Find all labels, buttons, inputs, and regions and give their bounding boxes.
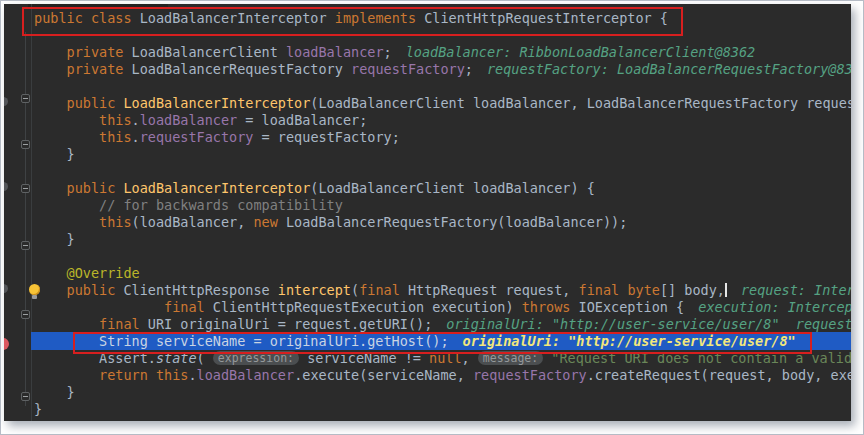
code-line: return this.loadBalancer.execute(service… xyxy=(34,367,851,384)
code-token: LoadBalancerClient xyxy=(132,44,286,60)
code-line: this.requestFactory = requestFactory; xyxy=(34,129,851,146)
code-line: private LoadBalancerClient loadBalancer;… xyxy=(34,44,851,61)
code-token: ClientHttpRequestExecution execution) xyxy=(205,299,522,315)
code-token: public xyxy=(34,282,123,298)
code-token: public xyxy=(34,180,123,196)
code-token: loadBalancer xyxy=(197,367,295,383)
code-line: @Override xyxy=(34,265,851,282)
code-line: } xyxy=(34,384,851,401)
code-line: public LoadBalancerInterceptor(LoadBalan… xyxy=(34,95,851,112)
code-token: (loadBalancer, xyxy=(132,214,254,230)
debugger-inline-value: originalUri: "http://user-service/user/8… xyxy=(446,316,851,332)
code-token: final xyxy=(34,316,140,332)
code-token: LoadBalancerRequestFactory xyxy=(132,61,351,77)
code-token: } xyxy=(34,231,75,247)
code-token: [] body, xyxy=(660,282,725,298)
annotation-box xyxy=(73,332,812,354)
code-token: private xyxy=(34,61,132,77)
annotation-box xyxy=(22,7,683,36)
code-token: .execute(serviceName, xyxy=(294,367,473,383)
code-token: requestFactory xyxy=(473,367,587,383)
code-token: } xyxy=(34,384,75,400)
code-token: (LoadBalancerClient loadBalancer) { xyxy=(310,180,594,196)
debugger-inline-value: requestFactory: LoadBalancerRequestFacto… xyxy=(487,61,851,77)
code-line: public ClientHttpResponse intercept(fina… xyxy=(34,282,851,299)
code-token: ClientHttpResponse xyxy=(123,282,277,298)
code-line xyxy=(34,248,851,265)
code-token: ; xyxy=(384,44,392,60)
text-caret xyxy=(725,283,727,297)
code-token: @Override xyxy=(34,265,140,281)
code-token: . xyxy=(132,129,140,145)
code-line xyxy=(34,78,851,95)
code-token: LoadBalancerInterceptor xyxy=(123,180,310,196)
code-area[interactable]: public class LoadBalancerInterceptor imp… xyxy=(4,4,851,421)
code-token: IOException { xyxy=(570,299,684,315)
code-line: } xyxy=(34,146,851,163)
code-token: . xyxy=(188,367,196,383)
code-token: final xyxy=(579,282,620,298)
code-line: } xyxy=(34,231,851,248)
code-token: . xyxy=(132,112,140,128)
code-token: this xyxy=(34,214,132,230)
code-token: requestFactory xyxy=(140,129,254,145)
code-line: this.loadBalancer = loadBalancer; xyxy=(34,112,851,129)
code-line: public LoadBalancerInterceptor(LoadBalan… xyxy=(34,180,851,197)
code-token: return this xyxy=(34,367,188,383)
code-token: private xyxy=(34,44,132,60)
code-token: URI originalUri = request.getURI(); xyxy=(140,316,433,332)
code-token: requestFactory xyxy=(351,61,465,77)
code-token: = requestFactory; xyxy=(253,129,399,145)
code-token: loadBalancer xyxy=(140,112,238,128)
code-token: } xyxy=(34,401,42,417)
code-line: private LoadBalancerRequestFactory reque… xyxy=(34,61,851,78)
code-token: public xyxy=(34,95,123,111)
debugger-inline-value: request: InterceptingClientHttpRequest@8… xyxy=(741,282,851,298)
code-token: ( xyxy=(351,282,359,298)
code-token: final xyxy=(34,299,205,315)
code-token: = loadBalancer; xyxy=(237,112,367,128)
code-token: .createRequest(request, body, execution)… xyxy=(587,367,851,383)
code-line: this(loadBalancer, new LoadBalancerReque… xyxy=(34,214,851,231)
debugger-inline-value: execution: InterceptingClientHttpRequest… xyxy=(698,299,851,315)
code-line: final URI originalUri = request.getURI()… xyxy=(34,316,851,333)
code-token: // for backwards compatibility xyxy=(34,197,343,213)
code-token: final xyxy=(359,282,400,298)
code-token: ; xyxy=(465,61,473,77)
code-token: throws xyxy=(522,299,571,315)
code-line: final ClientHttpRequestExecution executi… xyxy=(34,299,851,316)
debugger-inline-value: loadBalancer: RibbonLoadBalancerClient@8… xyxy=(406,44,756,60)
code-token: new xyxy=(253,214,277,230)
code-token: LoadBalancerInterceptor xyxy=(123,95,310,111)
code-token: this xyxy=(34,129,132,145)
code-line xyxy=(34,163,851,180)
code-token: LoadBalancerRequestFactory(loadBalancer)… xyxy=(278,214,628,230)
code-token: (LoadBalancerClient loadBalancer, LoadBa… xyxy=(310,95,851,111)
code-token: byte xyxy=(627,282,660,298)
code-token: } xyxy=(34,146,75,162)
code-line: // for backwards compatibility xyxy=(34,197,851,214)
code-editor: public class LoadBalancerInterceptor imp… xyxy=(4,4,851,421)
code-token: HttpRequest request, xyxy=(400,282,579,298)
code-token: this xyxy=(34,112,132,128)
code-token: loadBalancer xyxy=(286,44,384,60)
code-line: } xyxy=(34,401,851,418)
code-token: intercept xyxy=(278,282,351,298)
